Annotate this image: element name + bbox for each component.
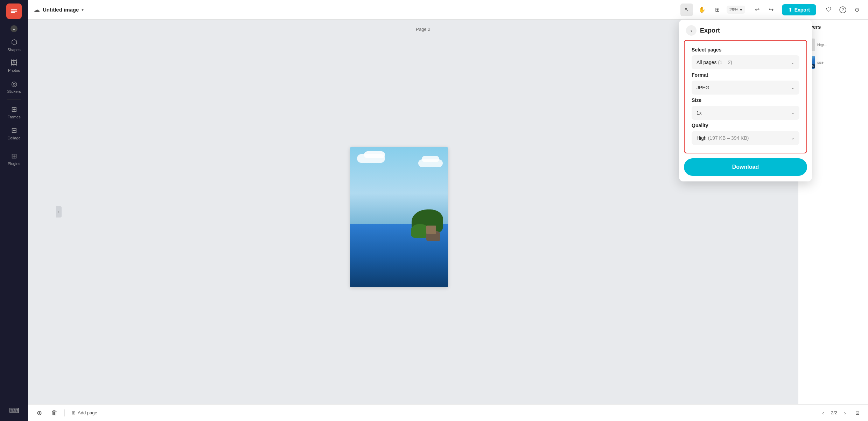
size-value: 1x	[696, 110, 702, 116]
select-pages-dropdown[interactable]: All pages (1 – 2) ⌄	[692, 55, 799, 69]
zoom-value: 29%	[729, 7, 738, 12]
add-to-canvas-button[interactable]: ⊕	[34, 407, 45, 419]
canvas-page	[350, 147, 448, 287]
quality-value-text: High	[696, 135, 707, 141]
island-house	[426, 226, 436, 234]
collapse-handle[interactable]: ›	[56, 206, 62, 218]
help-button[interactable]: ?	[837, 4, 848, 15]
pages-value-text: All pages	[696, 60, 717, 65]
zoom-control[interactable]: 29% ▾	[727, 6, 745, 14]
quality-dropdown[interactable]: High (197 KB – 394 KB) ⌄	[692, 131, 799, 145]
frames-icon: ⊞	[11, 105, 17, 113]
format-label: Format	[692, 72, 799, 78]
bottom-toolbar: ⊕ 🗑 ⊞ Add page ‹ 2/2 › ⊡	[28, 404, 868, 421]
popup-title: Export	[700, 27, 720, 34]
size-label: Size	[692, 97, 799, 103]
cloud-icon: ☁	[34, 6, 40, 14]
delete-page-button[interactable]: 🗑	[49, 407, 60, 419]
sidebar-item-label: Plugins	[8, 161, 20, 166]
sidebar-item-label: Photos	[8, 68, 20, 73]
select-pages-value: All pages (1 – 2)	[696, 60, 732, 65]
sidebar-item-label: Frames	[7, 115, 20, 119]
cloud-2	[364, 151, 385, 158]
island-trees-2	[411, 224, 428, 238]
select-pages-label: Select pages	[692, 47, 799, 53]
sidebar-item-label: Stickers	[7, 89, 21, 94]
app-logo[interactable]	[6, 4, 22, 19]
canvas-image	[350, 147, 448, 287]
export-icon: ⬆	[788, 7, 792, 13]
sidebar-item-label: Shapes	[7, 48, 20, 52]
redo-button[interactable]: ↪	[765, 4, 778, 16]
undo-redo-group: ↩ ↪	[751, 4, 778, 16]
zoom-chevron-icon: ▾	[740, 7, 742, 12]
sidebar-item-plugins[interactable]: ⊞ Plugins	[2, 149, 26, 168]
cloud-4	[422, 156, 439, 162]
keyboard-icon: ⌨	[9, 406, 19, 415]
undo-button[interactable]: ↩	[751, 4, 764, 16]
sidebar-item-label: Collage	[7, 136, 20, 140]
svg-text:?: ?	[842, 7, 844, 12]
sidebar-item-frames[interactable]: ⊞ Frames	[2, 102, 26, 122]
export-popup: ‹ Export Select pages All pages (1 – 2) …	[679, 20, 812, 181]
layout-tool-button[interactable]: ⊞	[711, 4, 724, 16]
header-separator	[748, 6, 748, 14]
camera-button[interactable]: ⊙	[851, 4, 862, 15]
layer-name-bkgr: bkgr...	[817, 43, 827, 47]
sidebar-item-shapes[interactable]: ⬡ Shapes	[2, 35, 26, 55]
bottom-separator	[64, 409, 65, 416]
format-dropdown[interactable]: JPEG ⌄	[692, 81, 799, 95]
size-dropdown[interactable]: 1x ⌄	[692, 106, 799, 120]
shield-button[interactable]: 🛡	[823, 4, 834, 15]
back-icon: ‹	[691, 28, 692, 33]
header-tools: ↖ ✋ ⊞ 29% ▾ ↩ ↪	[680, 4, 778, 16]
next-page-button[interactable]: ›	[840, 408, 850, 418]
select-tool-button[interactable]: ↖	[680, 4, 693, 16]
layer-label-group-1: bkgr...	[817, 43, 827, 47]
pages-value-muted: (1 – 2)	[718, 60, 732, 65]
quality-chevron: ⌄	[791, 136, 794, 140]
add-page-label: Add page	[78, 410, 97, 415]
collapse-sidebar-btn[interactable]: ▲	[10, 25, 18, 32]
add-page-icon: ⊞	[72, 410, 76, 415]
layer-name-size: size	[817, 61, 824, 64]
page-label: Page 2	[416, 27, 430, 32]
stickers-icon: ◎	[11, 80, 17, 88]
sidebar-divider-2	[7, 146, 21, 146]
quality-value-muted: (197 KB – 394 KB)	[708, 135, 749, 141]
page-navigation: ‹ 2/2 › ⊡	[818, 408, 862, 418]
sidebar-divider	[7, 99, 21, 99]
size-chevron: ⌄	[791, 110, 794, 115]
popup-content-box: Select pages All pages (1 – 2) ⌄ Format …	[684, 40, 807, 153]
sidebar-item-keyboard[interactable]: ⌨	[2, 403, 26, 417]
hand-tool-button[interactable]: ✋	[696, 4, 708, 16]
add-page-button[interactable]: ⊞ Add page	[69, 409, 100, 417]
format-chevron: ⌄	[791, 85, 794, 90]
export-button-label: Export	[794, 7, 810, 13]
header-right-icons: 🛡 ? ⊙	[823, 4, 862, 15]
popup-header: ‹ Export	[679, 20, 812, 40]
popup-back-button[interactable]: ‹	[686, 25, 696, 36]
sidebar-bottom: ⌨	[2, 403, 26, 417]
format-value: JPEG	[696, 85, 709, 90]
page-indicator: 2/2	[831, 410, 837, 415]
select-pages-chevron: ⌄	[791, 60, 794, 65]
sidebar: ▲ ⬡ Shapes 🖼 Photos ◎ Stickers ⊞ Frames …	[0, 0, 28, 421]
download-button[interactable]: Download	[684, 158, 807, 176]
title-dropdown-chevron[interactable]: ▾	[82, 7, 84, 12]
sidebar-item-collage[interactable]: ⊟ Collage	[2, 123, 26, 143]
document-title: Untitled image	[43, 7, 79, 13]
shapes-icon: ⬡	[11, 38, 17, 46]
export-button[interactable]: ⬆ Export	[782, 4, 816, 15]
quality-label: Quality	[692, 123, 799, 128]
sidebar-item-stickers[interactable]: ◎ Stickers	[2, 77, 26, 96]
header-title-area: ☁ Untitled image ▾	[34, 6, 84, 14]
fullscreen-button[interactable]: ⊡	[853, 408, 862, 418]
header: ☁ Untitled image ▾ ↖ ✋ ⊞ 29% ▾ ↩ ↪ ⬆ Exp…	[28, 0, 868, 20]
plugins-icon: ⊞	[11, 152, 17, 160]
prev-page-button[interactable]: ‹	[818, 408, 828, 418]
sidebar-item-photos[interactable]: 🖼 Photos	[2, 56, 26, 75]
layer-label-group-2: size	[817, 61, 824, 64]
quality-value: High (197 KB – 394 KB)	[696, 135, 749, 141]
collage-icon: ⊟	[11, 126, 17, 134]
